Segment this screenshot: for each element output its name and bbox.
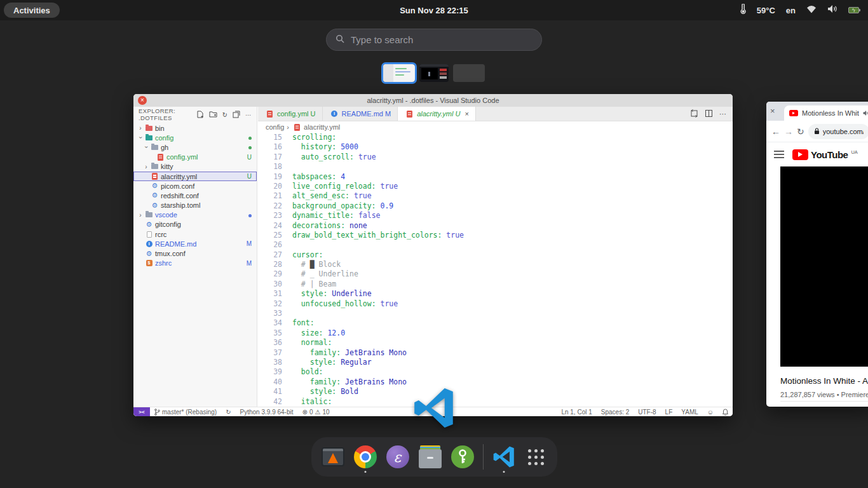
eol-setting[interactable]: LF	[661, 409, 677, 416]
collapse-folders-icon[interactable]	[233, 111, 240, 118]
back-button[interactable]: ←	[771, 126, 780, 137]
tree-item-tmux-conf[interactable]: ⚙tmux.conf	[133, 248, 257, 258]
code-line-36[interactable]: 36 normal:	[258, 338, 733, 348]
code-line-31[interactable]: 31 style: Underline	[258, 289, 733, 299]
git-branch-item[interactable]: master* (Rebasing)	[150, 409, 221, 416]
tab-audio-icon[interactable]	[863, 107, 868, 119]
remote-indicator[interactable]: ><	[133, 407, 150, 417]
tree-item-vscode[interactable]: ›vscode	[133, 210, 257, 220]
refresh-icon[interactable]: ↻	[222, 111, 227, 118]
video-title[interactable]: Motionless In White - Anot	[780, 376, 868, 386]
reload-button[interactable]: ↻	[797, 126, 804, 137]
editor-tab-README-md[interactable]: iREADME.md M	[323, 107, 398, 121]
breadcrumb-folder[interactable]: config	[266, 123, 284, 131]
tree-item-README-md[interactable]: iREADME.mdM	[133, 239, 257, 248]
python-interpreter[interactable]: Python 3.9.9 64-bit	[236, 409, 298, 416]
indentation-setting[interactable]: Spaces: 2	[597, 409, 634, 416]
chrome-window[interactable]: × Motionless In White - / ← → ↻ youtube.…	[766, 102, 868, 407]
vscode-app-icon[interactable]	[414, 388, 454, 428]
notifications-bell-icon[interactable]	[718, 409, 733, 416]
code-line-41[interactable]: 41 style: Bold	[258, 387, 733, 396]
language-mode[interactable]: YAML	[677, 409, 703, 416]
browser-tab[interactable]: Motionless In White - /	[784, 105, 868, 121]
code-line-37[interactable]: 37 family: JetBrains Mono	[258, 348, 733, 358]
clock[interactable]: Sun Nov 28 22:15	[0, 6, 868, 15]
code-line-19[interactable]: 19tabspaces: 4	[258, 172, 733, 182]
system-tray[interactable]: 59°C en ϟ	[740, 0, 859, 20]
dock-vscode-icon[interactable]	[492, 442, 516, 471]
code-line-21[interactable]: 21alt_send_esc: true	[258, 191, 733, 201]
window-close-button[interactable]: ×	[770, 106, 775, 116]
code-line-39[interactable]: 39 bold:	[258, 367, 733, 377]
new-file-icon[interactable]	[196, 111, 204, 118]
code-line-33[interactable]: 33	[258, 309, 733, 318]
code-line-27[interactable]: 27cursor:	[258, 250, 733, 260]
editor-tab-alacritty-yml[interactable]: alacritty.yml U×	[398, 107, 476, 121]
menu-icon[interactable]	[774, 151, 784, 158]
code-line-38[interactable]: 38 style: Regular	[258, 358, 733, 367]
dock-keepassxc-icon[interactable]	[451, 442, 475, 471]
breadcrumb-file[interactable]: alacritty.yml	[304, 123, 340, 131]
tree-item-starship-toml[interactable]: ⚙starship.toml	[133, 201, 257, 210]
code-line-15[interactable]: 15scrolling:	[258, 133, 733, 142]
workspace-thumbnail-3[interactable]	[453, 64, 485, 82]
tree-item-config-yml[interactable]: config.ymlU	[133, 152, 257, 162]
workspace-thumbnail-1[interactable]	[383, 64, 415, 82]
vscode-window[interactable]: alacritty.yml - .dotfiles - Visual Studi…	[133, 94, 733, 416]
code-line-28[interactable]: 28 # █ Block	[258, 260, 733, 269]
tree-item-gh[interactable]: ›gh	[133, 142, 257, 152]
code-line-29[interactable]: 29 # _ Underline	[258, 269, 733, 279]
window-close-button[interactable]: ×	[138, 96, 147, 105]
new-folder-icon[interactable]	[209, 111, 217, 118]
keyboard-layout-indicator[interactable]: en	[786, 6, 796, 15]
split-editor-icon[interactable]	[705, 109, 713, 119]
editor-more-icon[interactable]: ⋯	[719, 110, 726, 118]
tab-close-icon[interactable]: ×	[465, 110, 468, 118]
breadcrumb[interactable]: config › alacritty.yml	[258, 121, 733, 133]
tree-item-gitconfig[interactable]: ⚙gitconfig	[133, 220, 257, 229]
tree-item-alacritty-yml[interactable]: alacritty.ymlU	[133, 172, 257, 181]
feedback-icon[interactable]: ☺	[703, 409, 718, 416]
code-line-32[interactable]: 32 unfocused_hollow: true	[258, 299, 733, 309]
code-line-40[interactable]: 40 family: JetBrains Mono	[258, 377, 733, 387]
tree-item-config[interactable]: ›config	[133, 133, 257, 142]
address-bar[interactable]: youtube.com/wa	[808, 124, 868, 139]
code-line-25[interactable]: 25draw_bold_text_with_bright_colors: tru…	[258, 231, 733, 240]
vscode-titlebar[interactable]: alacritty.yml - .dotfiles - Visual Studi…	[133, 94, 733, 107]
overview-search[interactable]	[326, 29, 542, 51]
code-line-22[interactable]: 22background_opacity: 0.9	[258, 201, 733, 211]
problems-indicator[interactable]: ⊗ 0 ⚠ 10	[298, 409, 334, 416]
cursor-position[interactable]: Ln 1, Col 1	[557, 409, 596, 416]
code-line-35[interactable]: 35 size: 12.0	[258, 329, 733, 338]
code-line-20[interactable]: 20live_config_reload: true	[258, 182, 733, 191]
forward-button[interactable]: →	[784, 126, 793, 137]
dock-files-icon[interactable]	[418, 442, 442, 471]
tree-item-rcrc[interactable]: rcrc	[133, 229, 257, 239]
code-editor[interactable]: 15scrolling:16 history: 500017 auto_scro…	[258, 133, 733, 407]
workspace-thumbnail-2[interactable]	[419, 64, 449, 82]
tree-item-bin[interactable]: ›bin	[133, 123, 257, 133]
tree-item-zshrc[interactable]: $zshrcM	[133, 259, 257, 268]
search-input[interactable]	[351, 34, 532, 45]
code-line-23[interactable]: 23dynamic_title: false	[258, 211, 733, 220]
sync-button[interactable]: ↻	[221, 409, 235, 416]
dock-alacritty-icon[interactable]	[321, 442, 345, 471]
code-line-16[interactable]: 16 history: 5000	[258, 142, 733, 152]
open-changes-icon[interactable]	[690, 109, 698, 119]
video-player[interactable]	[780, 166, 868, 367]
code-line-24[interactable]: 24decorations: none	[258, 221, 733, 231]
more-actions-icon[interactable]: ⋯	[245, 111, 252, 118]
tree-item-redshift-conf[interactable]: ⚙redshift.conf	[133, 191, 257, 200]
editor-tab-config-yml[interactable]: config.yml U	[258, 107, 323, 121]
code-line-18[interactable]: 18	[258, 162, 733, 172]
code-line-26[interactable]: 26	[258, 240, 733, 250]
code-line-30[interactable]: 30 # | Beam	[258, 280, 733, 289]
youtube-logo[interactable]: YouTube UA	[792, 149, 858, 160]
code-line-42[interactable]: 42 italic:	[258, 397, 733, 407]
encoding-setting[interactable]: UTF-8	[634, 409, 660, 416]
tree-item-kitty[interactable]: ›kitty	[133, 162, 257, 172]
dock-chrome-icon[interactable]	[353, 442, 377, 471]
code-line-34[interactable]: 34font:	[258, 318, 733, 328]
dock-app-grid-icon[interactable]	[524, 442, 548, 471]
dock-emacs-icon[interactable]: ε	[386, 442, 410, 471]
